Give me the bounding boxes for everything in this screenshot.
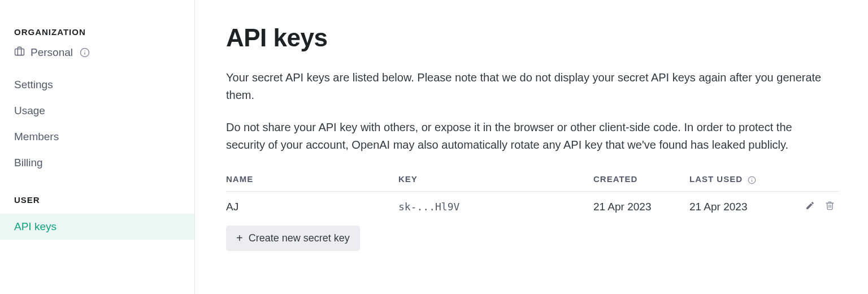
table-row: AJ sk-...Hl9V 21 Apr 2023 21 Apr 2023	[226, 191, 839, 222]
table-header-last-used-label: LAST USED	[689, 174, 743, 184]
key-value-cell: sk-...Hl9V	[398, 191, 593, 222]
briefcase-icon	[14, 46, 25, 59]
sidebar: ORGANIZATION Personal Settings Usage Mem…	[0, 0, 195, 294]
page-title: API keys	[226, 24, 845, 52]
create-secret-key-label: Create new secret key	[249, 232, 350, 244]
create-secret-key-button[interactable]: + Create new secret key	[226, 226, 360, 251]
sidebar-heading-user: USER	[0, 176, 194, 214]
table-header-key: KEY	[398, 168, 593, 191]
plus-icon: +	[236, 232, 243, 244]
table-header-name: NAME	[226, 168, 398, 191]
org-name: Personal	[31, 46, 73, 59]
trash-icon	[825, 201, 835, 213]
sidebar-heading-organization: ORGANIZATION	[0, 27, 194, 46]
main-content: API keys Your secret API keys are listed…	[195, 0, 868, 294]
edit-key-button[interactable]	[805, 201, 815, 213]
pencil-icon	[805, 201, 815, 213]
org-selector[interactable]: Personal	[0, 46, 194, 72]
svg-rect-0	[15, 49, 24, 55]
sidebar-item-settings[interactable]: Settings	[0, 72, 194, 98]
key-created-cell: 21 Apr 2023	[593, 191, 689, 222]
table-header-actions	[800, 168, 839, 191]
sidebar-item-members[interactable]: Members	[0, 124, 194, 150]
delete-key-button[interactable]	[825, 201, 835, 213]
page-description-2: Do not share your API key with others, o…	[226, 119, 831, 154]
table-header-created: CREATED	[593, 168, 689, 191]
sidebar-item-api-keys[interactable]: API keys	[0, 214, 194, 240]
sidebar-item-usage[interactable]: Usage	[0, 98, 194, 124]
info-circle-icon[interactable]	[748, 176, 756, 184]
table-header-last-used: LAST USED	[689, 168, 800, 191]
sidebar-item-billing[interactable]: Billing	[0, 150, 194, 176]
key-last-used-cell: 21 Apr 2023	[689, 191, 800, 222]
info-circle-icon[interactable]	[80, 47, 90, 58]
page-description-1: Your secret API keys are listed below. P…	[226, 69, 831, 104]
key-name-cell: AJ	[226, 191, 398, 222]
api-keys-table: NAME KEY CREATED LAST USED AJ sk-...Hl9V…	[226, 168, 839, 222]
